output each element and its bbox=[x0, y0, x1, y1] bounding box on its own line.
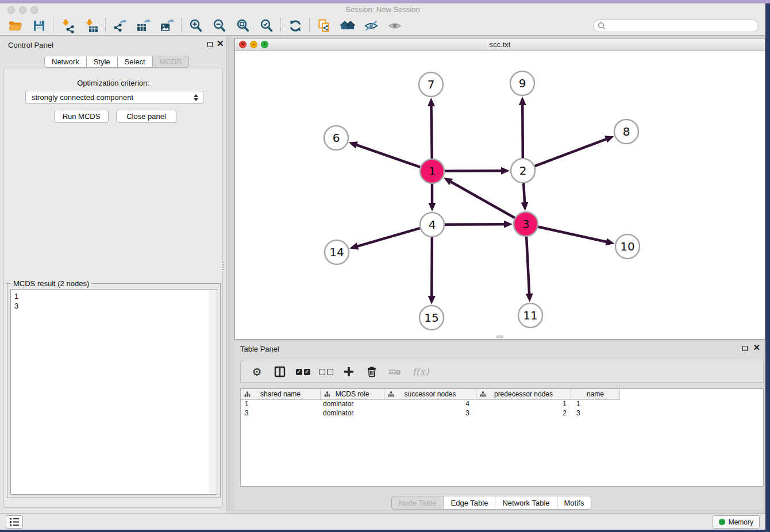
import-table-icon bbox=[84, 18, 99, 33]
graph-edge-2-3[interactable] bbox=[523, 183, 525, 205]
houses-icon bbox=[340, 18, 356, 33]
tab-network[interactable]: Network bbox=[44, 56, 87, 68]
network-graph[interactable]: 1234678910111415 bbox=[235, 51, 765, 339]
apply-layout-button[interactable] bbox=[283, 17, 307, 34]
column-header-successor-nodes[interactable]: successor nodes bbox=[384, 389, 476, 400]
import-table-button[interactable] bbox=[79, 17, 103, 34]
export-image-icon bbox=[160, 18, 175, 33]
table-panel-title: Table Panel bbox=[240, 345, 279, 353]
graph-edge-3-1[interactable] bbox=[449, 181, 515, 218]
mcds-result-textarea[interactable]: 13 bbox=[10, 289, 217, 495]
sort-tree-icon bbox=[388, 391, 394, 398]
close-panel-button[interactable]: Close panel bbox=[116, 110, 176, 123]
column-header-shared-name[interactable]: shared name bbox=[241, 389, 321, 400]
hide-selected-button[interactable] bbox=[359, 17, 383, 34]
table-row[interactable]: 3dominator323 bbox=[241, 409, 763, 418]
tab-network-table[interactable]: Network Table bbox=[495, 496, 557, 510]
table-cell: 1 bbox=[571, 400, 620, 409]
result-lines: 13 bbox=[14, 291, 217, 311]
criterion-dropdown[interactable]: strongly connected component bbox=[25, 91, 203, 104]
tab-edge-table[interactable]: Edge Table bbox=[444, 496, 496, 510]
criterion-value: strongly connected component bbox=[32, 93, 133, 102]
control-panel-title: Control Panel bbox=[8, 41, 53, 49]
tab-select[interactable]: Select bbox=[118, 56, 153, 68]
delete-row-button[interactable] bbox=[365, 364, 379, 379]
table-options-button[interactable]: ⚙ bbox=[250, 364, 264, 379]
graph-edge-1-2[interactable] bbox=[445, 171, 503, 171]
graph-edge-arrowhead bbox=[504, 221, 513, 228]
column-header-name[interactable]: name bbox=[571, 389, 620, 400]
table-cell: 2 bbox=[476, 409, 571, 418]
search-field[interactable] bbox=[593, 20, 759, 32]
zoom-out-button[interactable] bbox=[207, 17, 231, 34]
float-table-panel-icon[interactable] bbox=[742, 346, 748, 351]
import-network-button[interactable] bbox=[56, 17, 79, 34]
graph-edge-3-10[interactable] bbox=[538, 227, 608, 242]
table-cell: dominator bbox=[321, 409, 384, 418]
zoom-in-button[interactable] bbox=[184, 17, 207, 34]
optimization-criterion-label: Optimization criterion: bbox=[0, 79, 226, 87]
result-scrollbar[interactable] bbox=[210, 290, 216, 494]
first-neighbors-button[interactable] bbox=[336, 17, 359, 34]
table-header-row: shared nameMCDS rolesuccessor nodesprede… bbox=[241, 389, 763, 400]
close-panel-icon[interactable]: ✕ bbox=[217, 38, 224, 49]
clone-network-button[interactable] bbox=[312, 17, 336, 34]
graph-node-label-8: 8 bbox=[623, 125, 630, 138]
column-header-MCDS-role[interactable]: MCDS role bbox=[321, 389, 384, 400]
table-cell: dominator bbox=[321, 400, 384, 409]
zoom-out-icon bbox=[212, 18, 227, 33]
search-input[interactable] bbox=[606, 21, 758, 31]
graph-edge-arrowhead bbox=[429, 203, 436, 211]
graph-edge-3-11[interactable] bbox=[526, 237, 529, 296]
graph-edge-2-8[interactable] bbox=[535, 138, 609, 166]
task-history-button[interactable] bbox=[6, 515, 23, 529]
graph-edge-arrowhead bbox=[521, 202, 528, 211]
export-network-button[interactable] bbox=[108, 17, 132, 34]
table-cell: 4 bbox=[384, 400, 476, 409]
graph-edge-arrowhead bbox=[605, 136, 614, 142]
column-header-predecessor-nodes[interactable]: predecessor nodes bbox=[476, 389, 571, 400]
zoom-fit-button[interactable] bbox=[231, 17, 255, 34]
sort-tree-icon bbox=[480, 391, 486, 398]
sort-tree-icon bbox=[324, 391, 330, 398]
show-columns-button[interactable] bbox=[273, 364, 287, 379]
deselect-all-button[interactable] bbox=[319, 364, 333, 379]
graph-edge-1-7[interactable] bbox=[431, 104, 432, 159]
fx-icon: f(x) bbox=[412, 366, 429, 377]
memory-button[interactable]: Memory bbox=[713, 515, 760, 529]
splitter-handle[interactable] bbox=[222, 262, 224, 271]
function-builder-button[interactable]: f(x) bbox=[411, 364, 430, 379]
graph-edge-4-14[interactable] bbox=[356, 228, 420, 246]
graph-edge-4-3[interactable] bbox=[445, 224, 506, 225]
tab-node-table[interactable]: Node Table bbox=[391, 496, 444, 510]
tab-motifs[interactable]: Motifs bbox=[557, 496, 592, 510]
network-window-titlebar[interactable]: ✕ − + scc.txt bbox=[235, 38, 765, 51]
zoom-selected-icon bbox=[259, 18, 274, 33]
zoom-selected-button[interactable] bbox=[255, 17, 278, 34]
network-canvas[interactable]: 1234678910111415 bbox=[235, 51, 765, 339]
show-all-button[interactable] bbox=[383, 17, 406, 34]
float-panel-icon[interactable] bbox=[207, 42, 213, 47]
graph-edge-arrowhead bbox=[349, 242, 359, 249]
open-session-button[interactable] bbox=[3, 17, 27, 34]
zoom-fit-icon bbox=[236, 18, 251, 33]
export-table-button[interactable] bbox=[132, 17, 155, 34]
close-table-panel-icon[interactable]: ✕ bbox=[753, 342, 760, 353]
save-session-button[interactable] bbox=[27, 17, 51, 34]
graph-node-label-14: 14 bbox=[329, 245, 344, 259]
graph-edge-2-9[interactable] bbox=[522, 103, 523, 158]
canvas-resize-handle[interactable] bbox=[496, 336, 503, 338]
graph-edge-1-6[interactable] bbox=[355, 144, 420, 167]
node-table[interactable]: shared nameMCDS rolesuccessor nodesprede… bbox=[240, 388, 764, 487]
result-line: 3 bbox=[14, 301, 217, 311]
run-mcds-button[interactable]: Run MCDS bbox=[54, 110, 109, 123]
add-row-button[interactable] bbox=[342, 364, 356, 379]
export-image-button[interactable] bbox=[155, 17, 179, 34]
delete-table-button[interactable] bbox=[388, 364, 402, 379]
tab-mcds[interactable]: MCDS bbox=[153, 56, 189, 68]
table-row[interactable]: 1dominator411 bbox=[241, 400, 763, 409]
select-all-button[interactable]: ✓✓ bbox=[296, 364, 310, 379]
network-view-window: ✕ − + scc.txt 1234678910111415 bbox=[234, 38, 765, 340]
tab-style[interactable]: Style bbox=[87, 56, 118, 68]
graph-edge-4-15[interactable] bbox=[432, 237, 432, 298]
